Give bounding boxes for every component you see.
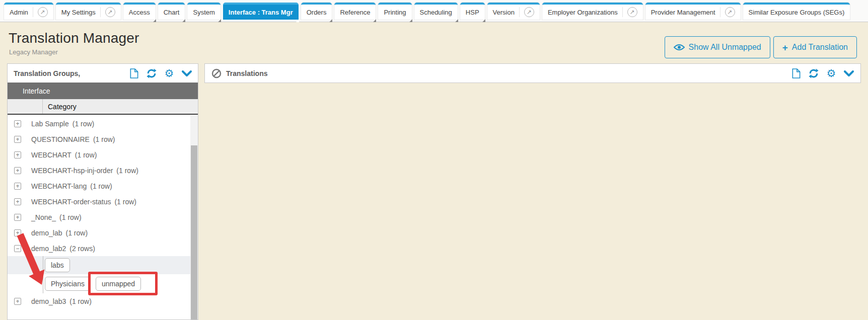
tab-ext-wrap: ↗ (622, 7, 637, 17)
group-row-webchart-hsp-inj-order[interactable]: + WEBCHART-hsp-inj-order (1 row) (8, 163, 190, 178)
tab-label: Employer Organizations (548, 9, 618, 16)
vertical-scrollbar[interactable] (190, 116, 198, 319)
tab-label: Reference (340, 9, 370, 16)
expand-icon[interactable]: + (14, 183, 21, 190)
tab-employer-organizations[interactable]: Employer Organizations ↗ (542, 3, 643, 20)
show-all-unmapped-label: Show All Unmapped (689, 43, 761, 52)
category-pill-labs[interactable]: labs (45, 258, 70, 272)
refresh-icon[interactable] (147, 68, 157, 78)
tab-label: Admin (10, 9, 28, 16)
tab-access[interactable]: Access (123, 3, 156, 20)
tab-scheduling[interactable]: Scheduling (414, 3, 458, 20)
show-all-unmapped-button[interactable]: Show All Unmapped (665, 36, 770, 58)
expand-icon[interactable]: + (14, 120, 21, 127)
group-row-webchart-lang[interactable]: + WEBCHART-lang (1 row) (8, 178, 190, 194)
chevron-down-icon[interactable] (182, 68, 192, 78)
tab-label: My Settings (61, 9, 96, 16)
translation-groups-panel: Translation Groups, ⚙ Interface Category… (7, 63, 198, 320)
group-row-demo-lab2[interactable]: − demo_lab2 (2 rows) (8, 241, 190, 256)
expand-icon[interactable]: + (14, 198, 21, 205)
tab-provider-management[interactable]: Provider Management ↗ (645, 3, 741, 20)
tab-ext-wrap: ↗ (100, 7, 115, 17)
tab-version[interactable]: Version ↗ (487, 3, 540, 20)
tab-interface-trans-mgr[interactable]: Interface : Trans Mgr (223, 3, 299, 20)
group-row-webchart[interactable]: + WEBCHART (1 row) (8, 147, 190, 163)
tab-label: Access (129, 9, 150, 16)
page-subtitle: Legacy Manager (9, 48, 58, 56)
tab-ext-wrap: ↗ (519, 7, 534, 17)
group-row-demo-lab3[interactable]: + demo_lab3 (1 row) (8, 293, 190, 309)
tab-label: Scheduling (420, 9, 452, 16)
category-pill-physicians[interactable]: Physicians (45, 277, 91, 291)
open-new-window-icon[interactable]: ↗ (38, 7, 48, 17)
open-new-window-icon[interactable]: ↗ (725, 7, 735, 17)
group-row-webchart-order-status[interactable]: + WEBCHART-order-status (1 row) (8, 194, 190, 209)
gear-icon[interactable]: ⚙ (826, 68, 836, 78)
tab-chart[interactable]: Chart (158, 3, 185, 20)
eye-icon (674, 44, 685, 51)
scrollbar-thumb[interactable] (191, 145, 197, 320)
gear-icon[interactable]: ⚙ (164, 68, 174, 78)
add-translation-button[interactable]: + Add Translation (773, 36, 857, 58)
child-row-labs: labs (8, 256, 190, 274)
group-row-questionnaire[interactable]: + QUESTIONNAIRE (1 row) (8, 131, 190, 147)
tab-label: System (193, 9, 214, 16)
header-actions: Show All Unmapped + Add Translation (665, 36, 857, 58)
panel-toolbar: ⚙ (791, 68, 854, 78)
tab-label: Provider Management (651, 9, 715, 16)
translation-groups-list: + Lab Sample (1 row) + QUESTIONNAIRE (1 … (8, 116, 190, 309)
tab-my-settings[interactable]: My Settings ↗ (56, 3, 121, 20)
tab-ext-wrap: ↗ (720, 7, 735, 17)
tab-label: Orders (307, 9, 327, 16)
top-tab-bar: Admin ↗ My Settings ↗ Access Chart Syste… (0, 0, 868, 22)
add-translation-label: Add Translation (792, 43, 848, 52)
expand-icon[interactable]: + (14, 298, 21, 305)
new-document-icon[interactable] (129, 68, 139, 78)
translation-groups-header: Translation Groups, ⚙ (8, 64, 198, 83)
new-document-icon[interactable] (791, 68, 801, 78)
panel-toolbar: ⚙ (129, 68, 192, 78)
collapse-icon[interactable]: − (14, 245, 21, 252)
tab-printing[interactable]: Printing (378, 3, 411, 20)
translations-title: Translations (226, 69, 267, 77)
expand-icon[interactable]: + (14, 167, 21, 174)
tab-label: Printing (384, 9, 406, 16)
tab-orders[interactable]: Orders (301, 3, 332, 20)
tab-label: Interface : Trans Mgr (229, 9, 293, 16)
group-row-lab-sample[interactable]: + Lab Sample (1 row) (8, 116, 190, 131)
tab-system[interactable]: System (187, 3, 220, 20)
category-column-header[interactable]: Category (43, 103, 77, 111)
expand-icon[interactable]: + (14, 136, 21, 143)
plus-icon: + (782, 43, 788, 52)
tab-reference[interactable]: Reference (334, 3, 376, 20)
tab-hsp[interactable]: HSP (460, 3, 485, 20)
expander-column-header (8, 99, 43, 114)
translations-panel: Translations ⚙ (204, 63, 861, 83)
table-column-header-row: Category (8, 99, 198, 115)
translation-groups-title: Translation Groups, (14, 69, 80, 77)
tab-label: Chart (164, 9, 180, 16)
tab-label: HSP (466, 9, 479, 16)
refresh-icon[interactable] (809, 68, 819, 78)
group-row-demo-lab[interactable]: + demo_lab (1 row) (8, 225, 190, 241)
no-selection-icon (211, 68, 222, 78)
open-new-window-icon[interactable]: ↗ (524, 7, 534, 17)
child-row-physicians: Physicians unmapped (8, 274, 190, 293)
expand-icon[interactable]: + (14, 151, 21, 158)
tab-admin[interactable]: Admin ↗ (4, 3, 53, 20)
expand-icon[interactable]: + (14, 214, 21, 221)
category-pill-unmapped[interactable]: unmapped (96, 277, 141, 291)
table-group-header-interface: Interface (8, 83, 198, 99)
chevron-down-icon[interactable] (844, 68, 854, 78)
tab-label: Version (493, 9, 515, 16)
open-new-window-icon[interactable]: ↗ (627, 7, 637, 17)
page-title: Translation Manager (9, 30, 139, 46)
expand-icon[interactable]: + (14, 229, 21, 236)
tab-ext-wrap: ↗ (33, 7, 48, 17)
group-row-none[interactable]: + _None_ (1 row) (8, 209, 190, 225)
tab-similar-exposure-groups[interactable]: Similar Exposure Groups (SEGs) (743, 3, 850, 20)
tab-label: Similar Exposure Groups (SEGs) (749, 9, 845, 16)
open-new-window-icon[interactable]: ↗ (105, 7, 115, 17)
